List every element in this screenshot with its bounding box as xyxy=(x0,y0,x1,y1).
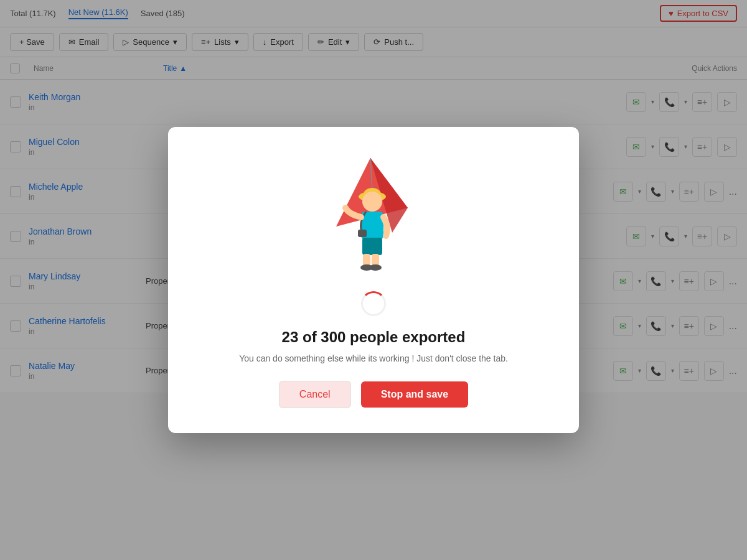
svg-point-7 xyxy=(362,192,382,212)
modal-overlay: 23 of 300 people exported You can do som… xyxy=(0,0,747,560)
export-progress-subtitle: You can do something else while its work… xyxy=(239,353,508,363)
svg-rect-10 xyxy=(362,238,382,255)
svg-point-14 xyxy=(369,264,382,271)
export-progress-modal: 23 of 300 people exported You can do som… xyxy=(168,127,579,433)
stop-and-save-button[interactable]: Stop and save xyxy=(361,381,468,408)
svg-rect-9 xyxy=(358,230,367,237)
cancel-button[interactable]: Cancel xyxy=(279,381,351,408)
illustration xyxy=(324,152,423,276)
spinner xyxy=(361,291,386,316)
export-progress-title: 23 of 300 people exported xyxy=(282,329,466,346)
modal-buttons: Cancel Stop and save xyxy=(279,381,468,408)
loading-spinner xyxy=(361,291,386,316)
